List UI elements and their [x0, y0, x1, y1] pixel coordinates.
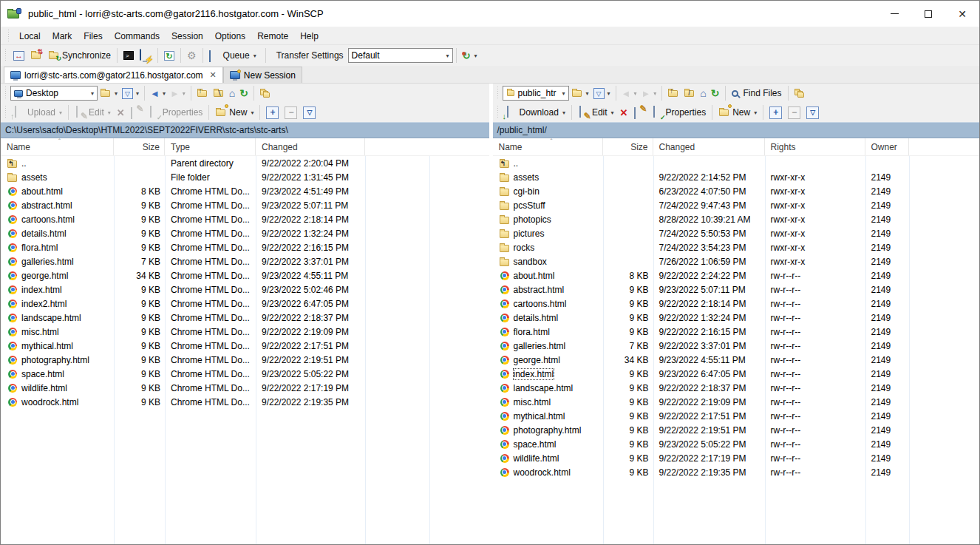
file-row[interactable]: ↰.. — [493, 156, 980, 170]
menu-item-files[interactable]: Files — [78, 29, 108, 44]
file-row[interactable]: abstract.html9 KBChrome HTML Do...9/23/2… — [1, 198, 489, 212]
file-row[interactable]: cartoons.html9 KB9/22/2022 2:18:14 PMrw-… — [493, 297, 980, 311]
file-row[interactable]: space.html9 KBChrome HTML Do...9/23/2022… — [1, 367, 489, 381]
file-row[interactable]: details.html9 KB9/22/2022 1:32:24 PMrw-r… — [493, 311, 980, 325]
remote-unselect-button[interactable]: − — [785, 104, 803, 121]
local-refresh-button[interactable]: ↻ — [237, 85, 251, 101]
open-console-button[interactable]: ⚡ — [137, 47, 154, 64]
remote-open-directory-button[interactable]: ▾ — [569, 85, 591, 101]
file-row[interactable]: flora.html9 KBChrome HTML Do...9/22/2022… — [1, 240, 489, 254]
file-row[interactable]: pcsStuff7/24/2022 9:47:43 PMrwxr-xr-x214… — [493, 198, 980, 212]
remote-refresh-button[interactable]: ↻ — [709, 85, 722, 101]
file-row[interactable]: flora.html9 KB9/22/2022 2:16:15 PMrw-r--… — [493, 325, 980, 339]
remote-back-button[interactable]: ◄▾ — [619, 85, 639, 101]
file-row[interactable]: landscape.html9 KB9/22/2022 2:18:37 PMrw… — [493, 381, 980, 395]
menu-item-help[interactable]: Help — [294, 29, 324, 44]
file-row[interactable]: galleries.html7 KBChrome HTML Do...9/22/… — [1, 254, 489, 268]
file-row[interactable]: photography.html9 KB9/22/2022 2:19:51 PM… — [493, 423, 980, 437]
remote-edit-button[interactable]: ✎ Edit ▾ — [575, 104, 617, 121]
file-row[interactable]: woodrock.html9 KB9/22/2022 2:19:35 PMrw-… — [493, 465, 980, 479]
local-home-directory-button[interactable]: ⌂ — [227, 85, 237, 101]
file-row[interactable]: ↰..Parent directory9/22/2022 2:20:04 PM — [1, 156, 489, 170]
file-row[interactable]: misc.html9 KB9/22/2022 2:19:09 PMrw-r--r… — [493, 395, 980, 409]
local-filter-button[interactable]: ▽▾ — [120, 85, 141, 101]
remote-location-select[interactable]: public_htr ▾ — [503, 86, 569, 101]
maximize-button[interactable] — [911, 1, 945, 27]
local-select-button[interactable]: + — [263, 104, 282, 121]
local-selection-filter-button[interactable]: ▽ — [300, 104, 319, 121]
menu-item-options[interactable]: Options — [209, 29, 251, 44]
file-row[interactable]: photopics8/28/2022 10:39:21 AMrwxr-xr-x2… — [493, 212, 980, 226]
remote-selection-filter-button[interactable]: ▽ — [803, 104, 822, 121]
remote-forward-button[interactable]: ►▾ — [639, 85, 659, 101]
file-row[interactable]: cgi-bin6/23/2022 4:07:50 PMrwxr-xr-x2149 — [493, 184, 980, 198]
local-edit-button[interactable]: ✎ Edit ▾ — [72, 104, 114, 121]
local-open-directory-button[interactable]: ▾ — [98, 85, 120, 101]
refresh-session-button[interactable]: ↻ — [161, 47, 177, 64]
transfer-mode-button[interactable]: ↻ ▾ — [460, 47, 480, 64]
file-row[interactable]: cartoons.html9 KBChrome HTML Do...9/22/2… — [1, 212, 489, 226]
close-tab-icon[interactable]: ✕ — [210, 70, 217, 80]
remote-root-directory-button[interactable]: / — [681, 85, 698, 101]
file-row[interactable]: mythical.html9 KB9/22/2022 2:17:51 PMrw-… — [493, 409, 980, 423]
file-row[interactable]: wildlife.html9 KB9/22/2022 2:17:19 PMrw-… — [493, 451, 980, 465]
download-button[interactable]: ↓ Download ▾ — [503, 104, 568, 121]
local-location-select[interactable]: Desktop ▾ — [10, 86, 98, 101]
open-terminal-button[interactable]: > — [120, 47, 137, 64]
file-row[interactable]: about.html8 KBChrome HTML Do...9/23/2022… — [1, 184, 489, 198]
remote-delete-button[interactable]: ✕ — [617, 104, 631, 121]
local-parent-directory-button[interactable]: ↑ — [194, 85, 211, 101]
local-root-directory-button[interactable]: ∖ — [211, 85, 227, 101]
queue-button[interactable]: Queue ▾ — [206, 47, 259, 64]
local-properties-button[interactable]: ✓ Properties — [146, 104, 206, 121]
remote-select-button[interactable]: + — [766, 104, 785, 121]
synchronize-browsing-button[interactable]: ⇅ — [27, 47, 45, 64]
session-tab-active[interactable]: lorri@stc-arts.com@gator2116.hostgator.c… — [4, 67, 223, 83]
remote-parent-directory-button[interactable]: ↑ — [665, 85, 681, 101]
file-row[interactable]: pictures7/24/2022 5:50:53 PMrwxr-xr-x214… — [493, 226, 980, 240]
file-row[interactable]: abstract.html9 KB9/23/2022 5:07:11 PMrw-… — [493, 282, 980, 297]
local-new-button[interactable]: New ▾ — [212, 104, 256, 121]
file-row[interactable]: wildlife.html9 KBChrome HTML Do...9/22/2… — [1, 381, 489, 395]
file-row[interactable]: assetsFile folder9/22/2022 1:31:45 PM — [1, 170, 489, 184]
file-row[interactable]: galleries.html7 KB9/22/2022 3:37:01 PMrw… — [493, 339, 980, 353]
column-header-size[interactable]: Size — [603, 138, 653, 155]
file-row[interactable]: rocks7/24/2022 3:54:23 PMrwxr-xr-x2149 — [493, 240, 980, 254]
file-row[interactable]: george.html34 KBChrome HTML Do...9/23/20… — [1, 268, 489, 282]
file-row[interactable]: about.html8 KB9/22/2022 2:24:22 PMrw-r--… — [493, 268, 980, 282]
upload-button[interactable]: ↑ Upload ▾ — [10, 104, 65, 121]
local-back-button[interactable]: ◄▾ — [148, 85, 168, 101]
file-row[interactable]: index.html9 KBChrome HTML Do...9/23/2022… — [1, 282, 489, 297]
compare-directories-button[interactable] — [10, 47, 27, 64]
local-rename-button[interactable]: ✎ — [128, 104, 146, 121]
remote-path-bar[interactable]: /public_html/ — [493, 122, 980, 138]
column-header-rights[interactable]: Rights — [765, 138, 865, 155]
local-forward-button[interactable]: ►▾ — [168, 85, 188, 101]
column-header-name[interactable]: Nameˆ — [493, 138, 603, 155]
local-delete-button[interactable]: ✕ — [114, 104, 128, 121]
file-row[interactable]: details.html9 KBChrome HTML Do...9/22/20… — [1, 226, 489, 240]
preferences-button[interactable]: ⚙ — [184, 47, 200, 64]
find-files-button[interactable]: Find Files — [729, 85, 785, 101]
session-tab-new-session[interactable]: New Session — [223, 67, 302, 83]
file-row[interactable]: index2.html9 KBChrome HTML Do...9/23/202… — [1, 297, 489, 311]
file-row[interactable]: assets9/22/2022 2:14:52 PMrwxr-xr-x2149 — [493, 170, 980, 184]
column-header-changed[interactable]: Changed — [653, 138, 765, 155]
local-open-in-explorer-button[interactable] — [257, 85, 273, 101]
remote-rename-button[interactable]: ✎ — [631, 104, 649, 121]
menu-item-mark[interactable]: Mark — [47, 29, 78, 44]
close-button[interactable]: ✕ — [945, 1, 979, 27]
menu-item-remote[interactable]: Remote — [251, 29, 294, 44]
transfer-settings-select[interactable]: Default ▾ — [348, 48, 453, 63]
column-header-size[interactable]: Size — [114, 138, 165, 155]
file-row[interactable]: landscape.html9 KBChrome HTML Do...9/22/… — [1, 311, 489, 325]
remote-filter-button[interactable]: ▽▾ — [591, 85, 613, 101]
file-row[interactable]: george.html34 KB9/23/2022 4:55:11 PMrw-r… — [493, 353, 980, 367]
file-row[interactable]: woodrock.html9 KBChrome HTML Do...9/22/2… — [1, 395, 489, 409]
menu-item-session[interactable]: Session — [166, 29, 209, 44]
local-path-bar[interactable]: C:\Users\sacfo\Desktop\HTML2022\SEPT2022… — [1, 122, 489, 138]
remote-follow-symlink-button[interactable] — [792, 85, 808, 101]
column-header-owner[interactable]: Owner — [865, 138, 909, 155]
column-header-name[interactable]: Nameˆ — [1, 138, 114, 155]
remote-new-button[interactable]: New ▾ — [715, 104, 760, 121]
